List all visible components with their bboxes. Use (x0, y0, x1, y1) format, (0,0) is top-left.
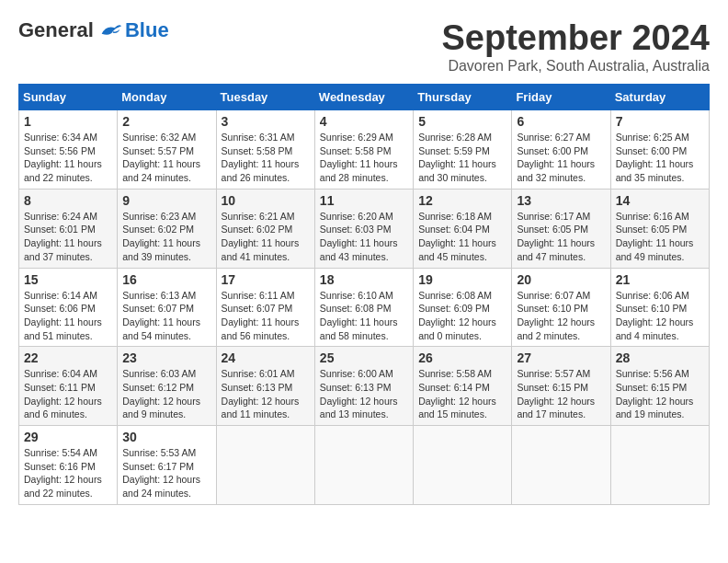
calendar-cell: 23Sunrise: 6:03 AM Sunset: 6:12 PM Dayli… (118, 347, 216, 426)
day-number: 27 (517, 350, 605, 365)
day-info: Sunrise: 6:20 AM Sunset: 6:03 PM Dayligh… (320, 210, 408, 264)
calendar-table: SundayMondayTuesdayWednesdayThursdayFrid… (18, 84, 710, 505)
calendar-week-row: 15Sunrise: 6:14 AM Sunset: 6:06 PM Dayli… (19, 268, 710, 347)
day-number: 1 (24, 114, 112, 129)
day-number: 29 (24, 430, 112, 444)
day-info: Sunrise: 6:01 AM Sunset: 6:13 PM Dayligh… (222, 367, 310, 421)
day-number: 8 (24, 193, 112, 208)
day-info: Sunrise: 6:04 AM Sunset: 6:11 PM Dayligh… (24, 367, 112, 421)
day-info: Sunrise: 6:34 AM Sunset: 5:56 PM Dayligh… (24, 131, 112, 185)
day-info: Sunrise: 5:56 AM Sunset: 6:15 PM Dayligh… (616, 367, 704, 421)
calendar-cell: 1Sunrise: 6:34 AM Sunset: 5:56 PM Daylig… (19, 110, 118, 190)
day-info: Sunrise: 6:27 AM Sunset: 6:00 PM Dayligh… (517, 131, 605, 185)
calendar-cell (610, 426, 709, 505)
calendar-cell: 27Sunrise: 5:57 AM Sunset: 6:15 PM Dayli… (512, 347, 610, 426)
day-info: Sunrise: 6:32 AM Sunset: 5:57 PM Dayligh… (122, 131, 210, 185)
calendar-cell: 21Sunrise: 6:06 AM Sunset: 6:10 PM Dayli… (610, 268, 709, 347)
day-info: Sunrise: 6:13 AM Sunset: 6:07 PM Dayligh… (122, 289, 210, 343)
calendar-header-saturday: Saturday (610, 85, 709, 110)
day-number: 7 (616, 114, 704, 129)
calendar-header-thursday: Thursday (414, 85, 512, 110)
calendar-cell: 13Sunrise: 6:17 AM Sunset: 6:05 PM Dayli… (512, 189, 610, 268)
day-number: 22 (24, 350, 112, 365)
day-number: 26 (418, 350, 506, 365)
day-number: 5 (418, 114, 506, 129)
day-info: Sunrise: 5:58 AM Sunset: 6:14 PM Dayligh… (418, 367, 506, 421)
page-header: General Blue September 2024 Davoren Park… (18, 18, 710, 75)
logo-blue: Blue (125, 18, 169, 42)
day-info: Sunrise: 6:06 AM Sunset: 6:10 PM Dayligh… (616, 289, 704, 343)
day-info: Sunrise: 6:14 AM Sunset: 6:06 PM Dayligh… (24, 289, 112, 343)
calendar-header-monday: Monday (118, 85, 216, 110)
day-number: 10 (222, 193, 310, 208)
calendar-cell: 4Sunrise: 6:29 AM Sunset: 5:58 PM Daylig… (314, 110, 413, 190)
day-info: Sunrise: 6:17 AM Sunset: 6:05 PM Dayligh… (517, 210, 605, 264)
calendar-cell: 20Sunrise: 6:07 AM Sunset: 6:10 PM Dayli… (512, 268, 610, 347)
calendar-cell: 5Sunrise: 6:28 AM Sunset: 5:59 PM Daylig… (414, 110, 512, 190)
calendar-header-wednesday: Wednesday (314, 85, 413, 110)
calendar-cell: 17Sunrise: 6:11 AM Sunset: 6:07 PM Dayli… (216, 268, 314, 347)
calendar-cell: 29Sunrise: 5:54 AM Sunset: 6:16 PM Dayli… (19, 426, 118, 505)
day-info: Sunrise: 6:18 AM Sunset: 6:04 PM Dayligh… (418, 210, 506, 264)
day-info: Sunrise: 6:03 AM Sunset: 6:12 PM Dayligh… (122, 367, 210, 421)
calendar-cell (512, 426, 610, 505)
day-number: 24 (222, 350, 310, 365)
day-info: Sunrise: 6:31 AM Sunset: 5:58 PM Dayligh… (222, 131, 310, 185)
calendar-cell (314, 426, 413, 505)
calendar-cell: 18Sunrise: 6:10 AM Sunset: 6:08 PM Dayli… (314, 268, 413, 347)
calendar-cell: 11Sunrise: 6:20 AM Sunset: 6:03 PM Dayli… (314, 189, 413, 268)
day-number: 11 (320, 193, 408, 208)
title-section: September 2024 Davoren Park, South Austr… (442, 18, 711, 75)
calendar-week-row: 1Sunrise: 6:34 AM Sunset: 5:56 PM Daylig… (19, 110, 710, 190)
calendar-header-sunday: Sunday (19, 85, 118, 110)
day-number: 9 (122, 193, 210, 208)
calendar-header-friday: Friday (512, 85, 610, 110)
calendar-cell: 3Sunrise: 6:31 AM Sunset: 5:58 PM Daylig… (216, 110, 314, 190)
day-number: 23 (122, 350, 210, 365)
calendar-week-row: 29Sunrise: 5:54 AM Sunset: 6:16 PM Dayli… (19, 426, 710, 505)
day-info: Sunrise: 5:53 AM Sunset: 6:17 PM Dayligh… (122, 446, 210, 500)
day-number: 2 (122, 114, 210, 129)
location: Davoren Park, South Australia, Australia (442, 58, 711, 75)
day-number: 15 (24, 272, 112, 287)
day-number: 12 (418, 193, 506, 208)
day-number: 20 (517, 272, 605, 287)
day-number: 3 (222, 114, 310, 129)
calendar-header-tuesday: Tuesday (216, 85, 314, 110)
logo-general: General (18, 18, 94, 42)
calendar-week-row: 8Sunrise: 6:24 AM Sunset: 6:01 PM Daylig… (19, 189, 710, 268)
calendar-cell: 8Sunrise: 6:24 AM Sunset: 6:01 PM Daylig… (19, 189, 118, 268)
calendar-cell: 25Sunrise: 6:00 AM Sunset: 6:13 PM Dayli… (314, 347, 413, 426)
day-info: Sunrise: 6:16 AM Sunset: 6:05 PM Dayligh… (616, 210, 704, 264)
calendar-cell: 16Sunrise: 6:13 AM Sunset: 6:07 PM Dayli… (118, 268, 216, 347)
logo: General Blue (18, 18, 169, 42)
calendar-cell: 14Sunrise: 6:16 AM Sunset: 6:05 PM Dayli… (610, 189, 709, 268)
day-info: Sunrise: 6:25 AM Sunset: 6:00 PM Dayligh… (616, 131, 704, 185)
month-title: September 2024 (442, 18, 711, 58)
calendar-header-row: SundayMondayTuesdayWednesdayThursdayFrid… (19, 85, 710, 110)
calendar-cell (216, 426, 314, 505)
calendar-cell: 7Sunrise: 6:25 AM Sunset: 6:00 PM Daylig… (610, 110, 709, 190)
calendar-cell: 30Sunrise: 5:53 AM Sunset: 6:17 PM Dayli… (118, 426, 216, 505)
calendar-cell (414, 426, 512, 505)
day-info: Sunrise: 5:54 AM Sunset: 6:16 PM Dayligh… (24, 446, 112, 500)
calendar-cell: 19Sunrise: 6:08 AM Sunset: 6:09 PM Dayli… (414, 268, 512, 347)
day-number: 13 (517, 193, 605, 208)
calendar-cell: 12Sunrise: 6:18 AM Sunset: 6:04 PM Dayli… (414, 189, 512, 268)
day-info: Sunrise: 6:29 AM Sunset: 5:58 PM Dayligh… (320, 131, 408, 185)
calendar-cell: 24Sunrise: 6:01 AM Sunset: 6:13 PM Dayli… (216, 347, 314, 426)
calendar-cell: 2Sunrise: 6:32 AM Sunset: 5:57 PM Daylig… (118, 110, 216, 190)
day-number: 6 (517, 114, 605, 129)
day-info: Sunrise: 6:23 AM Sunset: 6:02 PM Dayligh… (122, 210, 210, 264)
day-number: 4 (320, 114, 408, 129)
day-info: Sunrise: 6:24 AM Sunset: 6:01 PM Dayligh… (24, 210, 112, 264)
day-info: Sunrise: 6:10 AM Sunset: 6:08 PM Dayligh… (320, 289, 408, 343)
day-number: 30 (122, 430, 210, 444)
day-number: 16 (122, 272, 210, 287)
day-info: Sunrise: 6:07 AM Sunset: 6:10 PM Dayligh… (517, 289, 605, 343)
calendar-cell: 22Sunrise: 6:04 AM Sunset: 6:11 PM Dayli… (19, 347, 118, 426)
day-number: 17 (222, 272, 310, 287)
calendar-cell: 6Sunrise: 6:27 AM Sunset: 6:00 PM Daylig… (512, 110, 610, 190)
day-number: 28 (616, 350, 704, 365)
day-info: Sunrise: 6:00 AM Sunset: 6:13 PM Dayligh… (320, 367, 408, 421)
